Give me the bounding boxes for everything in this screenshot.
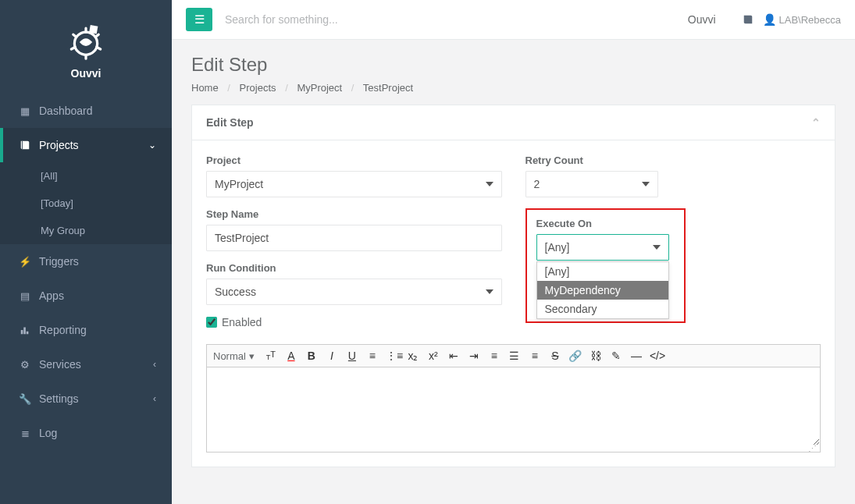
panel-header: Edit Step ⌃: [192, 105, 835, 140]
sidebar-item-label: Apps: [39, 289, 64, 302]
align-left-icon[interactable]: ≡: [487, 350, 501, 362]
breadcrumb-sep: /: [227, 82, 230, 94]
brand-logo-icon: [66, 22, 106, 62]
stepname-input[interactable]: [206, 225, 502, 251]
editor-toolbar: Normal▾ TT A B I U ≡ ⋮≡ x₂ x² ⇤: [207, 345, 820, 367]
breadcrumb-sep: /: [351, 82, 354, 94]
sidebar-item-label: Dashboard: [39, 105, 93, 117]
strikethrough-icon[interactable]: S: [548, 350, 562, 362]
retrycount-select[interactable]: 2: [525, 171, 658, 197]
sidebar-item-label: Log: [39, 427, 57, 439]
topbar: ☰ Ouvvi 👤 LAB\Rebecca: [172, 0, 855, 40]
chevron-up-icon[interactable]: ⌃: [811, 116, 821, 129]
highlight-icon[interactable]: ✎: [609, 350, 623, 362]
unordered-list-icon[interactable]: ⋮≡: [386, 350, 400, 362]
retrycount-label: Retry Count: [525, 154, 821, 166]
chevron-left-icon: ‹: [153, 393, 156, 404]
book-icon: [19, 140, 31, 151]
user-icon: 👤: [763, 13, 776, 26]
executeon-option-any[interactable]: [Any]: [537, 262, 668, 281]
format-dropdown[interactable]: Normal▾: [213, 350, 258, 362]
underline-icon[interactable]: U: [345, 350, 359, 362]
svg-rect-1: [89, 25, 98, 34]
sidebar-item-dashboard[interactable]: ▦ Dashboard: [0, 94, 172, 128]
user-label: LAB\Rebecca: [779, 14, 842, 26]
panel-title: Edit Step: [206, 116, 254, 129]
panel-body: Project MyProject Step Name Run Conditi: [192, 140, 835, 467]
align-right-icon[interactable]: ≡: [528, 350, 542, 362]
sidebar-item-services[interactable]: ⚙ Services ‹: [0, 347, 172, 382]
sidebar-item-apps[interactable]: ▤ Apps: [0, 279, 172, 313]
sidebar-item-settings[interactable]: 🔧 Settings ‹: [0, 382, 172, 416]
execute-on-highlight: Execute On [Any] [Any] MyDependency Seco…: [525, 208, 686, 323]
resize-handle-icon[interactable]: ⋰: [207, 445, 820, 452]
stepname-label: Step Name: [206, 208, 502, 220]
sidebar-item-label: Services: [39, 358, 81, 371]
nav-list: ▦ Dashboard Projects ⌄ [All] [Today] My …: [0, 94, 172, 450]
breadcrumb-item[interactable]: TestProject: [363, 82, 413, 94]
project-label: Project: [206, 154, 502, 166]
rich-text-editor: Normal▾ TT A B I U ≡ ⋮≡ x₂ x² ⇤: [206, 344, 821, 453]
enabled-label: Enabled: [222, 316, 262, 328]
sidebar-item-triggers[interactable]: ⚡ Triggers: [0, 244, 172, 279]
breadcrumb-item[interactable]: MyProject: [297, 82, 342, 94]
breadcrumb: Home / Projects / MyProject / TestProjec…: [191, 82, 835, 94]
main: ☰ Ouvvi 👤 LAB\Rebecca Edit Step Home / P…: [172, 0, 855, 504]
chevron-left-icon: ‹: [153, 359, 156, 370]
sidebar-subitem-all[interactable]: [All]: [0, 162, 172, 190]
sidebar-subitem-mygroup[interactable]: My Group: [0, 217, 172, 244]
sidebar-item-log[interactable]: ≣ Log: [0, 416, 172, 450]
list-icon: ≣: [19, 428, 31, 439]
fontsize-icon[interactable]: TT: [264, 350, 278, 361]
sidebar-item-label: Triggers: [39, 255, 79, 268]
fontcolor-icon[interactable]: A: [284, 350, 298, 362]
executeon-option-mydependency[interactable]: MyDependency: [537, 281, 668, 300]
executeon-option-secondary[interactable]: Secondary: [537, 300, 668, 318]
subscript-icon[interactable]: x₂: [406, 350, 420, 362]
runcondition-select[interactable]: Success: [206, 279, 502, 305]
user-menu[interactable]: 👤 LAB\Rebecca: [763, 13, 841, 26]
edit-step-panel: Edit Step ⌃ Project MyProject: [191, 105, 835, 467]
dashboard-icon: ▦: [19, 105, 31, 117]
caret-down-icon: ▾: [249, 350, 255, 362]
editor-textarea[interactable]: [207, 367, 820, 445]
sidebar-item-label: Reporting: [39, 324, 87, 336]
cogs-icon: ⚙: [19, 359, 31, 371]
book-icon[interactable]: [743, 13, 753, 26]
code-icon[interactable]: </>: [650, 350, 664, 362]
sidebar-item-label: Projects: [39, 139, 79, 151]
sidebar-item-label: Settings: [39, 392, 79, 405]
app-title: Ouvvi: [688, 13, 716, 26]
menu-toggle-button[interactable]: ☰: [186, 8, 212, 31]
breadcrumb-sep: /: [285, 82, 288, 94]
enabled-checkbox[interactable]: [206, 317, 217, 328]
sidebar-item-reporting[interactable]: Reporting: [0, 313, 172, 347]
indent-icon[interactable]: ⇥: [467, 350, 481, 362]
executeon-label: Execute On: [536, 218, 675, 229]
ordered-list-icon[interactable]: ≡: [365, 350, 379, 362]
outdent-icon[interactable]: ⇤: [447, 350, 461, 362]
apps-icon: ▤: [19, 290, 31, 302]
sidebar-subitem-today[interactable]: [Today]: [0, 190, 172, 217]
breadcrumb-item[interactable]: Home: [191, 82, 219, 94]
project-select[interactable]: MyProject: [206, 171, 502, 197]
content: Edit Step ⌃ Project MyProject: [172, 105, 855, 504]
executeon-select[interactable]: [Any]: [536, 234, 669, 261]
topbar-right: 👤 LAB\Rebecca: [743, 13, 841, 26]
projects-submenu: [All] [Today] My Group: [0, 162, 172, 244]
page-title: Edit Step: [191, 54, 835, 76]
superscript-icon[interactable]: x²: [426, 350, 440, 362]
italic-icon[interactable]: I: [325, 350, 339, 362]
hr-icon[interactable]: —: [629, 350, 643, 362]
unlink-icon[interactable]: ⛓: [589, 350, 603, 362]
chevron-down-icon: ⌄: [148, 140, 156, 151]
sidebar-item-projects[interactable]: Projects ⌄: [0, 128, 172, 162]
link-icon[interactable]: 🔗: [568, 350, 582, 362]
page-heading: Edit Step Home / Projects / MyProject / …: [172, 40, 855, 105]
bold-icon[interactable]: B: [305, 350, 319, 362]
search-input[interactable]: [225, 13, 675, 26]
sidebar: Ouvvi ▦ Dashboard Projects ⌄ [All] [Toda…: [0, 0, 172, 504]
breadcrumb-item[interactable]: Projects: [240, 82, 276, 94]
wrench-icon: 🔧: [19, 393, 31, 405]
align-center-icon[interactable]: ☰: [508, 350, 522, 362]
